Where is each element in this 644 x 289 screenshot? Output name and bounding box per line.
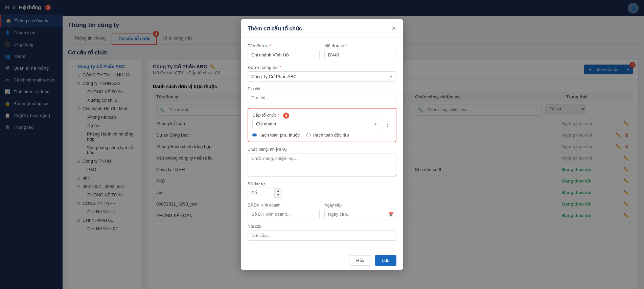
- date-input-wrapper: 📅: [324, 209, 396, 219]
- form-row-don-vi-ct: Đơn vị công tác * Công Ty Cổ Phần ABC: [248, 65, 396, 82]
- cap-select-wrapper: Chi nhánh Phòng ban Công ty ▾: [252, 119, 380, 129]
- number-input-wrapper: ▲ ▼: [248, 188, 396, 198]
- radio-hach-toan-phu-thuoc[interactable]: Hạch toán phụ thuộc: [252, 133, 300, 138]
- form-row-dia-chi: Địa chỉ: [248, 87, 396, 103]
- radio-input-doc-lap[interactable]: [306, 133, 311, 137]
- more-options-icon[interactable]: ⋮: [383, 119, 392, 129]
- don-vi-ct-label: Đơn vị công tác *: [248, 65, 396, 70]
- noi-cap-label: Nơi cấp: [248, 224, 396, 229]
- form-group-so-dk: Số ĐK kinh doanh: [248, 203, 320, 219]
- increment-button[interactable]: ▲: [275, 189, 282, 193]
- cap-to-chuc-row: Chi nhánh Phòng ban Công ty ▾ ⋮: [252, 119, 392, 129]
- decrement-button[interactable]: ▼: [275, 193, 282, 197]
- radio-input-phu-thuoc[interactable]: [252, 133, 257, 137]
- calendar-icon[interactable]: 📅: [388, 212, 394, 217]
- form-row-so-thu-tu: Số thứ tự ▲ ▼: [248, 182, 396, 198]
- noi-cap-input[interactable]: [248, 230, 396, 241]
- modal-close-button[interactable]: ✕: [391, 25, 396, 32]
- so-dk-label: Số ĐK kinh doanh: [248, 203, 320, 208]
- form-group-so-thu-tu: Số thứ tự ▲ ▼: [248, 182, 396, 198]
- form-row-noi-cap: Nơi cấp: [248, 224, 396, 241]
- save-button[interactable]: Lưu: [375, 255, 396, 266]
- modal-add-co-cau: Thêm cơ cấu tổ chức ✕ Tên đơn vị * Mã đơ…: [241, 19, 403, 270]
- modal-body: Tên đơn vị * Mã đơn vị * Đ: [241, 38, 403, 251]
- form-group-ngay-cap: Ngày cấp 📅: [324, 203, 396, 219]
- cap-to-chuc-label: Cấp tổ chức * 6: [252, 113, 289, 118]
- form-group-dia-chi: Địa chỉ: [248, 87, 396, 103]
- modal-footer: Hủy Lưu: [241, 251, 403, 270]
- chuc-nang-label: Chức năng, nhiệm vụ: [248, 147, 396, 152]
- dia-chi-input[interactable]: [248, 93, 396, 103]
- ten-don-vi-label: Tên đơn vị *: [248, 43, 320, 48]
- ten-don-vi-input[interactable]: [248, 50, 320, 60]
- form-group-ten-don-vi: Tên đơn vị *: [248, 43, 320, 60]
- ngay-cap-label: Ngày cấp: [324, 203, 396, 208]
- ma-don-vi-input[interactable]: [324, 50, 396, 60]
- don-vi-ct-select[interactable]: Công Ty Cổ Phần ABC: [248, 71, 396, 82]
- cap-badge: 6: [283, 113, 289, 119]
- form-group-chuc-nang: Chức năng, nhiệm vụ: [248, 147, 396, 177]
- form-row-1: Tên đơn vị * Mã đơn vị *: [248, 43, 396, 60]
- chuc-nang-textarea[interactable]: [248, 153, 396, 177]
- so-dk-input[interactable]: [248, 209, 320, 219]
- form-group-noi-cap: Nơi cấp: [248, 224, 396, 241]
- so-thu-tu-input[interactable]: [248, 188, 275, 198]
- ma-don-vi-label: Mã đơn vị *: [324, 43, 396, 48]
- form-row-chuc-nang: Chức năng, nhiệm vụ: [248, 147, 396, 177]
- modal-header: Thêm cơ cấu tổ chức ✕: [241, 19, 403, 38]
- form-group-ma-don-vi: Mã đơn vị *: [324, 43, 396, 60]
- radio-hach-toan-doc-lap[interactable]: Hạch toán độc lập: [306, 133, 349, 138]
- form-group-don-vi-ct: Đơn vị công tác * Công Ty Cổ Phần ABC: [248, 65, 396, 82]
- form-row-so-dk: Số ĐK kinh doanh Ngày cấp 📅: [248, 203, 396, 219]
- cancel-button[interactable]: Hủy: [349, 255, 371, 266]
- so-thu-tu-label: Số thứ tự: [248, 182, 396, 186]
- dia-chi-label: Địa chỉ: [248, 87, 396, 91]
- cap-to-chuc-section: Cấp tổ chức * 6 Chi nhánh Phòng ban Công…: [248, 108, 396, 142]
- number-arrows: ▲ ▼: [275, 188, 282, 198]
- modal-overlay[interactable]: Thêm cơ cấu tổ chức ✕ Tên đơn vị * Mã đơ…: [0, 0, 644, 289]
- modal-title: Thêm cơ cấu tổ chức: [248, 25, 302, 32]
- radio-group: Hạch toán phụ thuộc Hạch toán độc lập: [252, 133, 392, 138]
- ngay-cap-input[interactable]: [324, 209, 396, 219]
- cap-to-chuc-select[interactable]: Chi nhánh Phòng ban Công ty: [252, 119, 380, 129]
